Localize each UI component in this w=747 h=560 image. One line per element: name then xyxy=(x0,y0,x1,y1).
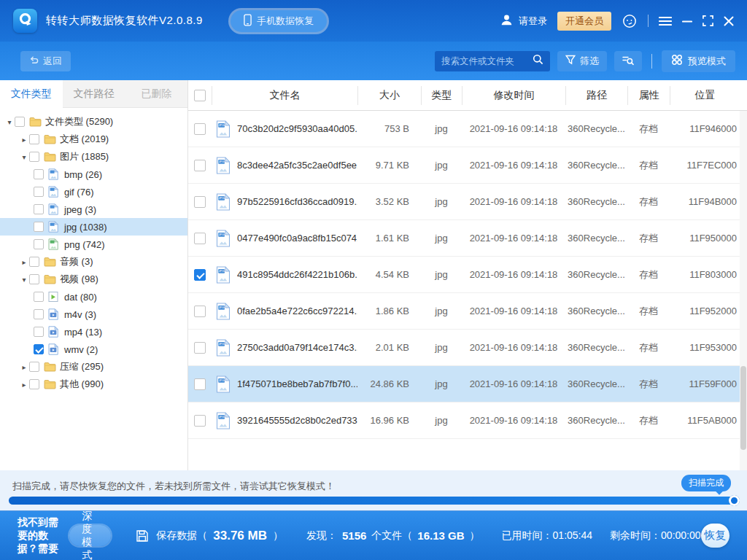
tree-checkbox[interactable] xyxy=(29,257,39,267)
back-button[interactable]: 返回 xyxy=(20,51,71,71)
column-size[interactable]: 大小 xyxy=(357,86,421,105)
tree-item[interactable]: ▾ 图片 (1885) xyxy=(0,148,187,166)
tab-file-type[interactable]: 文件类型 xyxy=(0,80,63,108)
table-row[interactable]: JPG 0477e490fc0a9ac8fb15c074... 1.61 KB … xyxy=(188,220,747,257)
table-row[interactable]: JPG 3921645555d2c8b0c2ed733... 16.96 KB … xyxy=(188,402,747,439)
file-attr: 存档 xyxy=(627,414,670,427)
tree-item[interactable]: m4v (3) xyxy=(0,306,187,323)
jpg-file-icon: JPG xyxy=(216,193,231,211)
row-checkbox[interactable] xyxy=(194,342,206,354)
svg-text:JPG: JPG xyxy=(219,233,225,236)
tree-item[interactable]: mp4 (13) xyxy=(0,323,187,341)
table-row[interactable]: JPG 8c3dee42a5fc35c2ae0df5ee... 9.71 KB … xyxy=(188,147,747,184)
table-row[interactable]: JPG 97b5225916cfd36ccad0919... 3.52 KB j… xyxy=(188,184,747,220)
svg-text:JPG: JPG xyxy=(219,342,225,346)
tree-checkbox[interactable] xyxy=(29,152,39,162)
maximize-icon[interactable] xyxy=(703,15,713,26)
phone-recovery-label: 手机数据恢复 xyxy=(257,15,314,28)
vid-icon xyxy=(48,343,61,355)
table-row[interactable]: JPG 2750c3add0a79f14ce174c3... 2.01 KB j… xyxy=(188,330,747,366)
tree-item[interactable]: ▾ 文件类型 (5290) xyxy=(0,113,187,131)
scrollbar-thumb[interactable] xyxy=(740,366,746,450)
tree-item[interactable]: ▸ 其他 (990) xyxy=(0,376,187,393)
progress-knob[interactable] xyxy=(729,495,740,506)
tree-checkbox[interactable] xyxy=(34,344,44,354)
file-size: 2.01 KB xyxy=(357,342,421,353)
tab-file-path[interactable]: 文件路径 xyxy=(63,80,125,108)
tree-item[interactable]: ▸ 音频 (3) xyxy=(0,253,187,271)
phone-recovery-button[interactable]: 手机数据恢复 xyxy=(231,10,327,32)
row-checkbox[interactable] xyxy=(194,123,206,135)
tree-checkbox[interactable] xyxy=(29,362,39,372)
tree-checkbox[interactable] xyxy=(34,204,44,214)
column-type[interactable]: 类型 xyxy=(421,86,462,105)
filter-button[interactable]: 筛选 xyxy=(557,51,607,71)
tree-checkbox[interactable] xyxy=(34,169,44,179)
expand-arrow[interactable]: ▸ xyxy=(19,363,29,371)
advanced-search-button[interactable] xyxy=(614,51,642,71)
column-filename[interactable]: 文件名 xyxy=(212,86,357,105)
tree-checkbox[interactable] xyxy=(34,292,44,302)
row-checkbox[interactable] xyxy=(194,378,206,390)
customer-service-icon[interactable] xyxy=(622,13,638,29)
file-location: 11F950000 xyxy=(670,233,740,244)
close-icon[interactable] xyxy=(724,16,734,26)
deep-mode-button[interactable]: 深度模式 xyxy=(69,525,111,546)
tree-item[interactable]: png (742) xyxy=(0,236,187,253)
search-input[interactable] xyxy=(441,56,533,66)
table-row[interactable]: JPG 0fae2b5a4e722c6cc972214... 1.86 KB j… xyxy=(188,293,747,330)
tree-item[interactable]: jpg (1038) xyxy=(0,218,187,236)
search-icon[interactable] xyxy=(533,54,543,68)
expand-arrow[interactable]: ▸ xyxy=(19,258,29,266)
menu-icon[interactable] xyxy=(659,16,672,26)
column-attr[interactable]: 属性 xyxy=(627,86,670,105)
row-checkbox[interactable] xyxy=(194,196,206,208)
row-checkbox[interactable] xyxy=(194,269,206,281)
save-data-group[interactable]: 保存数据（ 33.76 MB ） xyxy=(136,529,283,543)
vip-button[interactable]: 开通会员 xyxy=(557,12,611,31)
tree-checkbox[interactable] xyxy=(15,117,25,127)
tree-item[interactable]: wmv (2) xyxy=(0,341,187,358)
save-data-suffix: ） xyxy=(273,529,283,542)
select-all-checkbox[interactable] xyxy=(194,90,206,101)
recover-button[interactable]: 恢复 xyxy=(701,524,729,548)
tree-checkbox[interactable] xyxy=(34,187,44,197)
expand-arrow[interactable]: ▾ xyxy=(4,118,15,126)
table-row[interactable]: JPG 70c3b20d2c9f5930aa40d05... 753 B jpg… xyxy=(188,111,747,147)
column-modified[interactable]: 修改时间 xyxy=(462,86,565,105)
row-checkbox[interactable] xyxy=(194,415,206,427)
tree-item[interactable]: ▾ 视频 (98) xyxy=(0,271,187,288)
tree-item[interactable]: dat (80) xyxy=(0,288,187,306)
expand-arrow[interactable]: ▾ xyxy=(19,153,29,161)
file-name: 70c3b20d2c9f5930aa40d05... xyxy=(237,123,357,134)
tree-checkbox[interactable] xyxy=(29,379,39,389)
tree-item[interactable]: ▸ 压缩 (295) xyxy=(0,358,187,376)
tree-checkbox[interactable] xyxy=(34,222,44,232)
row-checkbox[interactable] xyxy=(194,160,206,171)
expand-arrow[interactable]: ▸ xyxy=(19,136,29,144)
tree-checkbox[interactable] xyxy=(34,239,44,249)
tree-checkbox[interactable] xyxy=(34,309,44,319)
tree-checkbox[interactable] xyxy=(34,327,44,337)
file-name: 8c3dee42a5fc35c2ae0df5ee... xyxy=(237,160,357,171)
login-button[interactable]: 请登录 xyxy=(500,13,547,29)
minimize-icon[interactable] xyxy=(682,16,692,26)
tree-item[interactable]: bmp (26) xyxy=(0,166,187,183)
tree-item[interactable]: jpeg (3) xyxy=(0,201,187,218)
tree-item[interactable]: ▸ 文档 (2019) xyxy=(0,131,187,148)
img-green-icon xyxy=(48,238,61,250)
table-row[interactable]: JPG 1f475071be8beb7ab7fb7f0... 24.86 KB … xyxy=(188,366,747,402)
vertical-scrollbar[interactable] xyxy=(740,111,747,470)
column-path[interactable]: 路径 xyxy=(565,86,627,105)
expand-arrow[interactable]: ▸ xyxy=(19,381,29,389)
row-checkbox[interactable] xyxy=(194,233,206,244)
row-checkbox[interactable] xyxy=(194,306,206,317)
preview-mode-button[interactable]: 预览模式 xyxy=(662,50,735,72)
tree-checkbox[interactable] xyxy=(29,134,39,144)
tree-item[interactable]: gif (76) xyxy=(0,183,187,201)
table-row[interactable]: JPG 491c8954ddc26f4221b106b... 4.54 KB j… xyxy=(188,257,747,293)
tree-checkbox[interactable] xyxy=(29,274,39,284)
tab-deleted[interactable]: 已删除 xyxy=(125,80,187,108)
expand-arrow[interactable]: ▾ xyxy=(19,276,29,284)
column-location[interactable]: 位置 xyxy=(670,86,740,105)
